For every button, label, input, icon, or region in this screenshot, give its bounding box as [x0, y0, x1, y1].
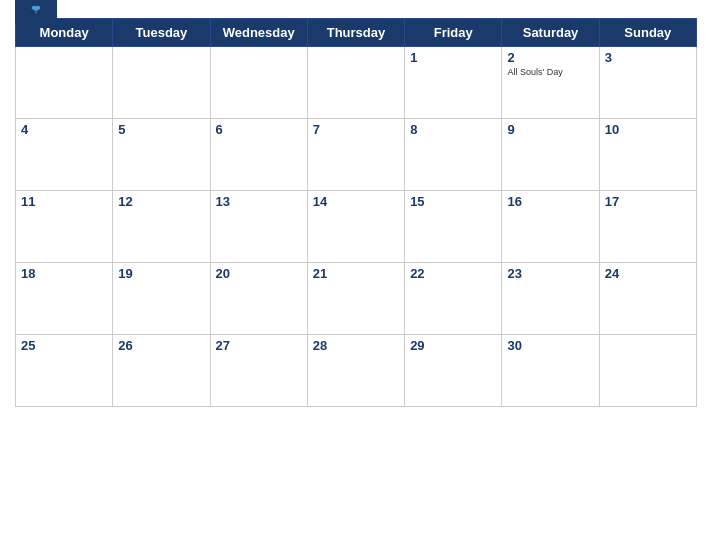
calendar-cell — [16, 47, 113, 119]
day-number: 4 — [21, 122, 107, 137]
calendar-cell: 28 — [307, 335, 404, 407]
day-number: 6 — [216, 122, 302, 137]
day-number: 10 — [605, 122, 691, 137]
calendar-cell: 19 — [113, 263, 210, 335]
day-number: 3 — [605, 50, 691, 65]
weekday-header-thursday: Thursday — [307, 19, 404, 47]
calendar-cell: 18 — [16, 263, 113, 335]
weekday-header-row: MondayTuesdayWednesdayThursdayFridaySatu… — [16, 19, 697, 47]
logo-bird-icon — [30, 5, 42, 15]
day-number: 24 — [605, 266, 691, 281]
calendar-cell: 17 — [599, 191, 696, 263]
day-number: 30 — [507, 338, 593, 353]
day-number: 8 — [410, 122, 496, 137]
day-number: 18 — [21, 266, 107, 281]
day-number: 16 — [507, 194, 593, 209]
calendar-cell: 24 — [599, 263, 696, 335]
day-number: 14 — [313, 194, 399, 209]
calendar-cell: 22 — [405, 263, 502, 335]
day-number: 17 — [605, 194, 691, 209]
calendar-cell — [599, 335, 696, 407]
day-number: 27 — [216, 338, 302, 353]
calendar-cell: 3 — [599, 47, 696, 119]
calendar-cell: 10 — [599, 119, 696, 191]
calendar-week-row: 252627282930 — [16, 335, 697, 407]
weekday-header-saturday: Saturday — [502, 19, 599, 47]
calendar-cell — [210, 47, 307, 119]
calendar-cell: 6 — [210, 119, 307, 191]
calendar-container: MondayTuesdayWednesdayThursdayFridaySatu… — [0, 0, 712, 550]
day-number: 23 — [507, 266, 593, 281]
day-number: 28 — [313, 338, 399, 353]
weekday-header-friday: Friday — [405, 19, 502, 47]
calendar-cell: 25 — [16, 335, 113, 407]
calendar-cell: 13 — [210, 191, 307, 263]
holiday-label: All Souls' Day — [507, 67, 593, 78]
calendar-cell: 2All Souls' Day — [502, 47, 599, 119]
calendar-cell: 27 — [210, 335, 307, 407]
calendar-cell — [113, 47, 210, 119]
day-number: 13 — [216, 194, 302, 209]
day-number: 20 — [216, 266, 302, 281]
calendar-cell: 9 — [502, 119, 599, 191]
calendar-cell: 20 — [210, 263, 307, 335]
day-number: 26 — [118, 338, 204, 353]
day-number: 11 — [21, 194, 107, 209]
logo-box — [15, 0, 57, 26]
calendar-cell: 14 — [307, 191, 404, 263]
day-number: 22 — [410, 266, 496, 281]
day-number: 25 — [21, 338, 107, 353]
calendar-week-row: 11121314151617 — [16, 191, 697, 263]
weekday-header-sunday: Sunday — [599, 19, 696, 47]
calendar-cell: 12 — [113, 191, 210, 263]
weekday-header-tuesday: Tuesday — [113, 19, 210, 47]
calendar-cell: 1 — [405, 47, 502, 119]
day-number: 12 — [118, 194, 204, 209]
calendar-cell: 26 — [113, 335, 210, 407]
day-number: 1 — [410, 50, 496, 65]
calendar-grid: MondayTuesdayWednesdayThursdayFridaySatu… — [15, 18, 697, 407]
calendar-cell: 7 — [307, 119, 404, 191]
calendar-week-row: 45678910 — [16, 119, 697, 191]
day-number: 5 — [118, 122, 204, 137]
day-number: 15 — [410, 194, 496, 209]
calendar-cell: 21 — [307, 263, 404, 335]
calendar-cell: 16 — [502, 191, 599, 263]
calendar-cell: 23 — [502, 263, 599, 335]
calendar-cell: 15 — [405, 191, 502, 263]
calendar-week-row: 18192021222324 — [16, 263, 697, 335]
day-number: 9 — [507, 122, 593, 137]
day-number: 21 — [313, 266, 399, 281]
calendar-week-row: 12All Souls' Day3 — [16, 47, 697, 119]
day-number: 19 — [118, 266, 204, 281]
calendar-cell: 30 — [502, 335, 599, 407]
calendar-cell: 8 — [405, 119, 502, 191]
calendar-cell — [307, 47, 404, 119]
day-number: 29 — [410, 338, 496, 353]
calendar-cell: 29 — [405, 335, 502, 407]
weekday-header-wednesday: Wednesday — [210, 19, 307, 47]
day-number: 2 — [507, 50, 593, 65]
calendar-cell: 4 — [16, 119, 113, 191]
logo — [15, 0, 57, 26]
calendar-cell: 5 — [113, 119, 210, 191]
day-number: 7 — [313, 122, 399, 137]
calendar-cell: 11 — [16, 191, 113, 263]
